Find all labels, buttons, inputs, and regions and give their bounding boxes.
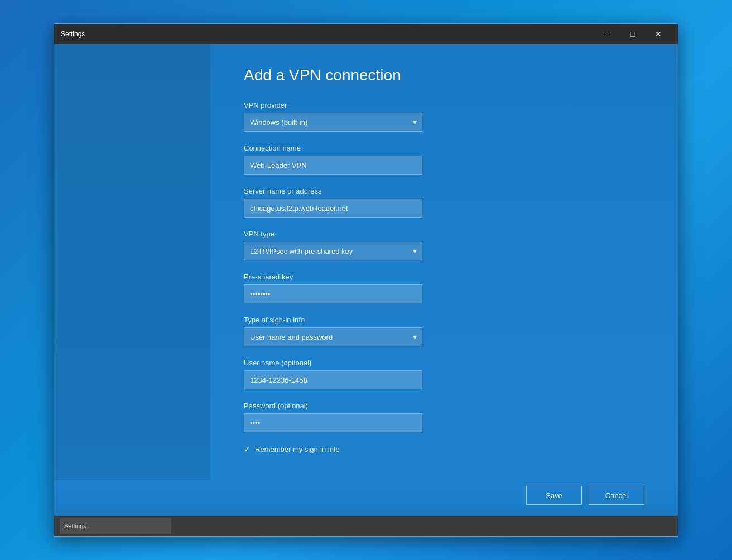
signin-type-label: Type of sign-in info	[244, 316, 644, 324]
vpn-provider-group: VPN provider Windows (built-in)	[244, 101, 644, 132]
close-button[interactable]: ✕	[646, 24, 671, 44]
preshared-key-label: Pre-shared key	[244, 273, 644, 281]
vpn-type-group: VPN type L2TP/IPsec with pre-shared keyA…	[244, 230, 644, 260]
username-group: User name (optional)	[244, 359, 644, 389]
remember-checkmark: ✓	[244, 445, 251, 453]
vpn-provider-label: VPN provider	[244, 101, 644, 109]
username-label: User name (optional)	[244, 359, 644, 367]
taskbar: Settings	[54, 516, 678, 536]
button-row: Save Cancel	[54, 486, 678, 505]
preshared-key-group: Pre-shared key	[244, 273, 644, 303]
remember-label: Remember my sign-in info	[255, 445, 340, 453]
vpn-type-select-wrapper: L2TP/IPsec with pre-shared keyAutomaticL…	[244, 242, 422, 260]
server-input[interactable]	[244, 199, 422, 218]
taskbar-item[interactable]: Settings	[60, 518, 171, 534]
cancel-button[interactable]: Cancel	[589, 486, 644, 505]
save-button[interactable]: Save	[526, 486, 582, 505]
titlebar: Settings — □ ✕	[54, 24, 678, 44]
taskbar-item-label: Settings	[64, 523, 86, 529]
server-label: Server name or address	[244, 187, 644, 195]
signin-type-select[interactable]: User name and passwordCertificateOne-tim…	[244, 327, 422, 346]
connection-name-group: Connection name	[244, 144, 644, 175]
sidebar	[54, 44, 210, 480]
window-body: Add a VPN connection VPN provider Window…	[54, 44, 678, 480]
preshared-key-input[interactable]	[244, 284, 422, 303]
window-controls: — □ ✕	[594, 24, 671, 44]
minimize-button[interactable]: —	[594, 24, 620, 44]
vpn-provider-select-wrapper: Windows (built-in)	[244, 113, 422, 132]
remember-row: ✓ Remember my sign-in info	[244, 445, 644, 453]
maximize-button[interactable]: □	[620, 24, 646, 44]
settings-window: Settings — □ ✕ Add a VPN connection VPN …	[54, 23, 678, 537]
vpn-type-select[interactable]: L2TP/IPsec with pre-shared keyAutomaticL…	[244, 242, 422, 260]
server-group: Server name or address	[244, 187, 644, 218]
connection-name-label: Connection name	[244, 144, 644, 152]
password-label: Password (optional)	[244, 402, 644, 410]
signin-type-select-wrapper: User name and passwordCertificateOne-tim…	[244, 327, 422, 346]
vpn-provider-select[interactable]: Windows (built-in)	[244, 113, 422, 132]
connection-name-input[interactable]	[244, 156, 422, 175]
signin-type-group: Type of sign-in info User name and passw…	[244, 316, 644, 346]
password-input[interactable]	[244, 413, 422, 432]
password-group: Password (optional)	[244, 402, 644, 432]
page-title: Add a VPN connection	[244, 66, 644, 84]
username-input[interactable]	[244, 370, 422, 389]
window-title: Settings	[61, 30, 85, 38]
vpn-type-label: VPN type	[244, 230, 644, 238]
main-content: Add a VPN connection VPN provider Window…	[210, 44, 678, 480]
